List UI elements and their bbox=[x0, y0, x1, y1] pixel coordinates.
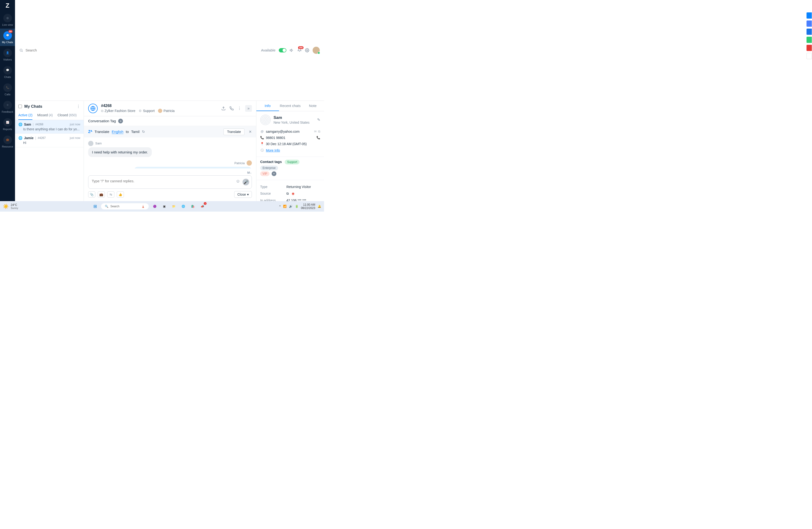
chat-preview: Hi bbox=[23, 141, 80, 145]
chat-list-panel: My Chats ⋮ Active (2) Missed (4) Closed … bbox=[15, 101, 84, 201]
tab-missed[interactable]: Missed (4) bbox=[37, 111, 53, 120]
briefcase-button[interactable]: 💼 bbox=[98, 191, 105, 198]
tag-enterprise[interactable]: Enterprise bbox=[260, 166, 278, 170]
chat-icon: 💬 bbox=[6, 34, 9, 37]
windows-search[interactable]: 🔍 Search 🗼 bbox=[101, 203, 149, 210]
availability-toggle[interactable] bbox=[279, 48, 286, 53]
svg-point-0 bbox=[20, 49, 22, 51]
message-input[interactable] bbox=[92, 179, 240, 183]
app-logo[interactable]: Z bbox=[0, 0, 15, 11]
briefcase-icon: 💼 bbox=[6, 138, 9, 141]
sidebar-item-visitors[interactable]: 👤 Visitors bbox=[0, 46, 15, 63]
thumbs-button[interactable]: 👍 bbox=[117, 191, 124, 198]
windows-start-button[interactable]: ⊞ bbox=[91, 203, 99, 210]
add-tag-button[interactable]: + bbox=[118, 119, 123, 124]
tab-recent-chats[interactable]: Recent chats bbox=[279, 101, 302, 111]
sidebar-label: Calls bbox=[4, 93, 10, 96]
store-name: Zylker Fashion Store bbox=[105, 109, 135, 113]
notification-tray-icon[interactable]: 🔔 bbox=[318, 205, 321, 208]
mail-icon[interactable]: ✉ bbox=[314, 130, 317, 133]
translate-from[interactable]: English bbox=[112, 130, 124, 134]
call-icon[interactable]: 📞 bbox=[316, 136, 320, 139]
tab-active[interactable]: Active (2) bbox=[18, 111, 32, 120]
zia-icon: Zᴬ bbox=[88, 129, 92, 134]
phone-icon[interactable] bbox=[230, 106, 234, 111]
select-all-checkbox[interactable] bbox=[18, 105, 22, 108]
conversation-id: #4268 bbox=[101, 104, 218, 108]
tab-label: Missed bbox=[37, 113, 48, 117]
sidebar-item-my-chats[interactable]: 50 💬 My Chats bbox=[0, 29, 15, 46]
app-icon[interactable]: 📣1 bbox=[199, 203, 206, 210]
tab-count: (650) bbox=[69, 113, 77, 117]
more-icon[interactable]: ⋮ bbox=[237, 106, 241, 111]
wifi-icon[interactable]: 📶 bbox=[283, 205, 287, 208]
sidebar-item-chats[interactable]: 💬 Chats bbox=[0, 63, 15, 81]
windows-taskbar: ☀️ 24°C Sunny ⊞ 🔍 Search 🗼 🟣 ▣ 📁 🌐 🛍️ 📣1… bbox=[0, 201, 324, 212]
edge-icon[interactable]: 🌐 bbox=[180, 203, 187, 210]
attach-button[interactable]: 📎 bbox=[88, 191, 95, 198]
detail-key: Ip address bbox=[260, 199, 286, 201]
edit-icon[interactable]: ✎ bbox=[317, 117, 320, 122]
refresh-icon[interactable]: ↻ bbox=[142, 130, 145, 134]
file-explorer-icon[interactable]: 📁 bbox=[170, 203, 177, 210]
tray-chevron-icon[interactable]: ^ bbox=[279, 205, 281, 208]
more-icon[interactable]: ⋮ bbox=[76, 104, 80, 109]
left-sidebar: Z ◎ Live view 50 💬 My Chats 👤 Visitors 💬… bbox=[0, 0, 15, 201]
availability-label: Available bbox=[261, 48, 275, 52]
message-composer[interactable]: ☺ 🎤 bbox=[88, 175, 252, 189]
battery-icon[interactable]: 🔋 bbox=[295, 205, 299, 208]
add-contact-tag-button[interactable]: + bbox=[272, 171, 276, 176]
sender-name: Patricia bbox=[234, 161, 245, 165]
user-avatar[interactable] bbox=[313, 47, 320, 54]
chart-icon: 📈 bbox=[6, 121, 9, 124]
tab-label: Active bbox=[18, 113, 27, 117]
sidebar-item-live-view[interactable]: ◎ Live view bbox=[0, 11, 15, 29]
translate-button[interactable]: Translate bbox=[223, 128, 245, 135]
more-info-link[interactable]: More Info bbox=[266, 148, 280, 152]
source-web-icon: ⧉ bbox=[286, 191, 289, 196]
sidebar-item-feedback[interactable]: ☆ Feedback bbox=[0, 98, 15, 116]
tag-vip[interactable]: VIP bbox=[260, 171, 270, 176]
copilot-icon[interactable]: 🟣 bbox=[151, 203, 158, 210]
phone-icon: 📞 bbox=[6, 86, 9, 89]
sidebar-item-reports[interactable]: 📈 Reports bbox=[0, 116, 15, 133]
tab-closed[interactable]: Closed (650) bbox=[58, 111, 77, 120]
close-chat-button[interactable]: Close ▾ bbox=[234, 191, 252, 198]
search-input[interactable] bbox=[26, 48, 97, 52]
mic-button[interactable]: 🎤 bbox=[243, 179, 249, 185]
globe-large-icon bbox=[88, 104, 98, 113]
operator-avatar bbox=[158, 109, 162, 113]
translate-to[interactable]: Tamil bbox=[131, 130, 140, 134]
markdown-indicator[interactable]: M↓ bbox=[88, 171, 252, 174]
sidebar-item-calls[interactable]: 📞 Calls bbox=[0, 81, 15, 98]
sidebar-label: Chats bbox=[4, 75, 11, 78]
close-translate-icon[interactable]: ✕ bbox=[249, 130, 252, 134]
emoji-icon[interactable]: ☺ bbox=[236, 179, 240, 185]
collapse-panel-button[interactable]: » bbox=[245, 105, 252, 112]
system-clock[interactable]: 11:00 AM 06/22/2023 bbox=[301, 203, 315, 210]
copy-icon[interactable]: ⧉ bbox=[318, 130, 320, 133]
detail-value: 42.106.***.*** bbox=[286, 199, 306, 201]
tab-note[interactable]: Note bbox=[301, 101, 324, 111]
tab-info[interactable]: Info bbox=[256, 101, 279, 111]
chat-item[interactable]: 🌐 Sam | #4268 just now Is there anything… bbox=[15, 120, 84, 134]
sidebar-label: Resource bbox=[2, 145, 13, 148]
sidebar-label: Visitors bbox=[3, 58, 12, 61]
task-view-icon[interactable]: ▣ bbox=[161, 203, 168, 210]
export-icon[interactable] bbox=[221, 106, 226, 111]
gear-icon[interactable] bbox=[305, 48, 309, 53]
chat-bubble-icon: 💬 bbox=[6, 69, 9, 72]
chat-item[interactable]: 🌐 Jamie | #4267 just now Hi bbox=[15, 134, 84, 147]
volume-icon[interactable] bbox=[290, 48, 294, 53]
clock-time: 11:00 AM bbox=[301, 203, 315, 206]
sidebar-item-resource[interactable]: 💼 Resource bbox=[0, 133, 15, 151]
clock-date: 06/22/2023 bbox=[301, 206, 315, 210]
volume-tray-icon[interactable]: 🔊 bbox=[289, 205, 293, 208]
tag-support[interactable]: Support bbox=[285, 160, 300, 165]
translate-prefix: Translate bbox=[95, 130, 110, 134]
tab-count: (4) bbox=[48, 113, 53, 117]
store-icon[interactable]: 🛍️ bbox=[189, 203, 196, 210]
transfer-button[interactable]: ⇆ bbox=[107, 191, 114, 198]
chevron-down-icon: ▾ bbox=[247, 192, 249, 196]
visitor-avatar bbox=[88, 141, 93, 146]
